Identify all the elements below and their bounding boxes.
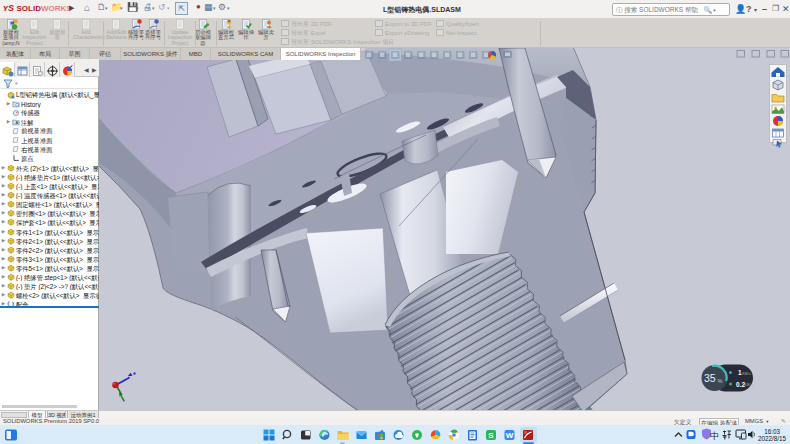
svg-text:16:03: 16:03 [764,427,780,434]
svg-text:KB/s: KB/s [742,371,751,376]
svg-text:35: 35 [704,372,716,384]
svg-text:KB/s: KB/s [744,382,753,387]
svg-text:W: W [506,430,514,439]
svg-text:S: S [488,430,494,439]
svg-text:中: 中 [710,430,719,440]
svg-text:%: % [718,378,723,384]
svg-text:2022/8/15: 2022/8/15 [758,434,787,441]
svg-text:A: A [16,121,19,126]
